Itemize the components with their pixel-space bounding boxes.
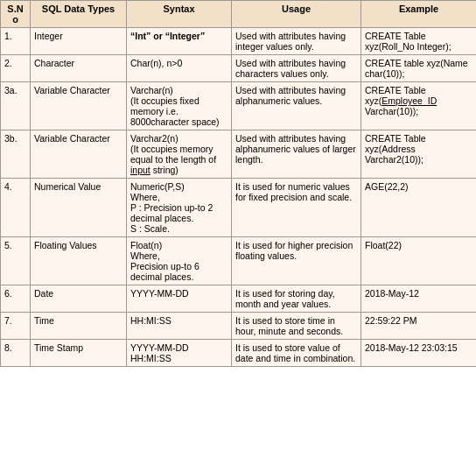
- cell-sno: 1.: [1, 28, 31, 55]
- cell-type: Variable Character: [31, 82, 127, 130]
- cell-usage: Used with attributes having alphanumeric…: [232, 82, 361, 130]
- table-row: 7. Time HH:MI:SS It is used to store tim…: [1, 313, 477, 340]
- cell-syntax: Float(n)Where,Precision up-to 6 decimal …: [127, 237, 232, 285]
- cell-type: Character: [31, 55, 127, 82]
- cell-sno: 8.: [1, 340, 31, 367]
- cell-syntax: “Int” or “Integer”: [127, 28, 232, 55]
- header-syntax: Syntax: [127, 1, 232, 28]
- cell-type: Numerical Value: [31, 179, 127, 237]
- cell-syntax: Numeric(P,S)Where,P : Precision up-to 2 …: [127, 179, 232, 237]
- cell-example: AGE(22,2): [361, 179, 477, 237]
- cell-example: 22:59:22 PM: [361, 313, 477, 340]
- cell-example: Float(22): [361, 237, 477, 285]
- cell-type: Floating Values: [31, 237, 127, 285]
- cell-example: CREATE Table xyz(Roll_No Integer);: [361, 28, 477, 55]
- cell-type: Time Stamp: [31, 340, 127, 367]
- cell-usage: Used with attributes having integer valu…: [232, 28, 361, 55]
- cell-type: Date: [31, 285, 127, 313]
- table-row: 2. Character Char(n), n>0 Used with attr…: [1, 55, 477, 82]
- cell-sno: 2.: [1, 55, 31, 82]
- table-row: 4. Numerical Value Numeric(P,S)Where,P :…: [1, 179, 477, 237]
- cell-sno: 7.: [1, 313, 31, 340]
- cell-syntax: Varchar2(n)(It occupies memory equal to …: [127, 130, 232, 179]
- cell-syntax: HH:MI:SS: [127, 313, 232, 340]
- header-sno: S.No: [1, 1, 31, 28]
- cell-usage: It is used for storing day, month and ye…: [232, 285, 361, 313]
- cell-syntax: YYYY-MM-DDHH:MI:SS: [127, 340, 232, 367]
- header-example: Example: [361, 1, 477, 28]
- cell-type: Integer: [31, 28, 127, 55]
- table-row: 3b. Variable Character Varchar2(n)(It oc…: [1, 130, 477, 179]
- cell-usage: Used with attributes having alphanumeric…: [232, 130, 361, 179]
- sql-data-types-table: S.No SQL Data Types Syntax Usage Example…: [0, 0, 476, 367]
- cell-usage: It is used for numeric values for fixed …: [232, 179, 361, 237]
- cell-sno: 5.: [1, 237, 31, 285]
- cell-example: CREATE table xyz(Name char(10));: [361, 55, 477, 82]
- table-row: 6. Date YYYY-MM-DD It is used for storin…: [1, 285, 477, 313]
- cell-syntax: YYYY-MM-DD: [127, 285, 232, 313]
- cell-usage: It is used to store value of date and ti…: [232, 340, 361, 367]
- cell-sno: 3b.: [1, 130, 31, 179]
- table-row: 8. Time Stamp YYYY-MM-DDHH:MI:SS It is u…: [1, 340, 477, 367]
- cell-type: Variable Character: [31, 130, 127, 179]
- cell-usage: It is used for higher precision floating…: [232, 237, 361, 285]
- cell-syntax: Varchar(n)(It occupies fixed memory i.e.…: [127, 82, 232, 130]
- cell-usage: It is used to store time in hour, minute…: [232, 313, 361, 340]
- header-usage: Usage: [232, 1, 361, 28]
- cell-example: 2018-May-12: [361, 285, 477, 313]
- cell-type: Time: [31, 313, 127, 340]
- table-row: 1. Integer “Int” or “Integer” Used with …: [1, 28, 477, 55]
- cell-usage: Used with attributes having characters v…: [232, 55, 361, 82]
- cell-sno: 6.: [1, 285, 31, 313]
- cell-example: CREATE Table xyz(Address Varchar2(10));: [361, 130, 477, 179]
- cell-sno: 3a.: [1, 82, 31, 130]
- cell-example: CREATE Table xyz(Employee_ID Varchar(10)…: [361, 82, 477, 130]
- cell-syntax: Char(n), n>0: [127, 55, 232, 82]
- cell-example: 2018-May-12 23:03:15: [361, 340, 477, 367]
- cell-sno: 4.: [1, 179, 31, 237]
- table-row: 5. Floating Values Float(n)Where,Precisi…: [1, 237, 477, 285]
- table-row: 3a. Variable Character Varchar(n)(It occ…: [1, 82, 477, 130]
- header-type: SQL Data Types: [31, 1, 127, 28]
